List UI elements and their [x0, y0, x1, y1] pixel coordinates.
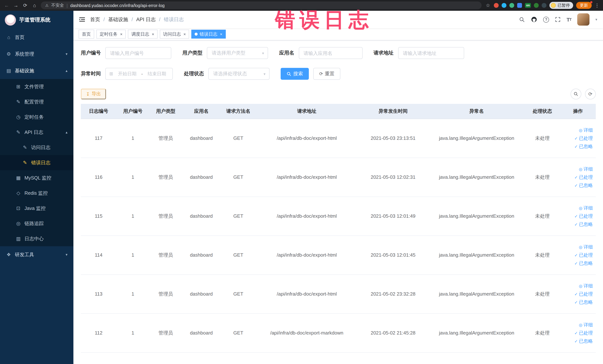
- sidebar-item-log-center[interactable]: ▥ 日志中心: [0, 231, 73, 246]
- extension-icon-blue-drop[interactable]: [502, 3, 506, 8]
- sidebar-item-dev-tools[interactable]: ❖ 研发工具 ▾: [0, 246, 73, 263]
- github-icon[interactable]: [531, 16, 537, 23]
- home-nav-icon[interactable]: ⌂: [32, 3, 37, 8]
- processed-link[interactable]: ✓已处理: [562, 251, 593, 259]
- detail-link[interactable]: ◎详细: [562, 282, 593, 290]
- sidebar-item-config[interactable]: ✎ 配置管理: [0, 94, 73, 109]
- sidebar-item-system[interactable]: ⚙ 系统管理 ▾: [0, 46, 73, 62]
- main-area: 首页 / 基础设施 / API 日志 / 错误日志 ?: [73, 11, 603, 364]
- end-date-input[interactable]: [145, 71, 169, 76]
- search-button[interactable]: 搜索: [281, 68, 309, 80]
- sidebar-item-api-log[interactable]: ✎ API 日志 ▴: [0, 125, 73, 140]
- check-icon: ✓: [574, 331, 578, 335]
- col-exception-time: 异常发生时间: [357, 104, 429, 119]
- ignore-link[interactable]: ✓已忽略: [562, 181, 593, 189]
- caret-down-icon[interactable]: ▾: [595, 17, 597, 22]
- start-date-input[interactable]: [115, 71, 139, 76]
- breadcrumb-home[interactable]: 首页: [90, 16, 100, 23]
- sidebar-item-mysql[interactable]: ▦ MySQL 监控: [0, 170, 73, 186]
- breadcrumb-api-log[interactable]: API 日志: [136, 16, 156, 23]
- menu-fold-icon[interactable]: [79, 17, 85, 22]
- fullscreen-icon[interactable]: [555, 17, 561, 22]
- extensions-puzzle-icon[interactable]: [542, 3, 546, 8]
- paused-badge[interactable]: 已暂停: [549, 2, 573, 9]
- sidebar-item-access-log[interactable]: ✎ 访问日志: [0, 140, 73, 155]
- close-icon[interactable]: ×: [184, 32, 186, 36]
- font-size-icon[interactable]: TT: [567, 16, 571, 23]
- ignore-link[interactable]: ✓已忽略: [562, 220, 593, 228]
- detail-link[interactable]: ◎详细: [562, 321, 593, 329]
- sidebar-item-job[interactable]: ◷ 定时任务: [0, 109, 73, 125]
- processed-link[interactable]: ✓已处理: [562, 212, 593, 220]
- extension-on-badge[interactable]: on: [525, 3, 531, 8]
- detail-link[interactable]: ◎详细: [562, 204, 593, 212]
- bookmark-star-icon[interactable]: ☆: [485, 3, 491, 8]
- check-icon: ✓: [574, 214, 578, 218]
- search-icon[interactable]: [519, 16, 525, 23]
- status-select[interactable]: 请选择处理状态 ▾: [208, 68, 269, 80]
- help-icon[interactable]: ?: [543, 16, 549, 23]
- chevron-down-icon: ▾: [66, 253, 68, 257]
- browser-extensions: ☆ on 已暂停 更新 ⋮: [485, 2, 600, 9]
- extension-icon-red[interactable]: [494, 3, 499, 8]
- date-range-picker[interactable]: ⊞ -: [105, 68, 173, 80]
- ignore-link[interactable]: ✓已忽略: [562, 337, 593, 345]
- update-button[interactable]: 更新: [576, 2, 592, 9]
- detail-link[interactable]: ◎详细: [562, 243, 593, 251]
- tab-error-log[interactable]: 错误日志 ×: [191, 30, 226, 39]
- extension-icon-vue[interactable]: [509, 3, 514, 8]
- tab-schedule-log[interactable]: 调度日志 ×: [128, 30, 158, 39]
- header-actions: ? TT ▾: [519, 13, 597, 26]
- back-icon[interactable]: ←: [4, 3, 10, 8]
- sidebar-item-infra[interactable]: ▤ 基础设施 ▴: [0, 62, 73, 79]
- user-avatar[interactable]: [577, 13, 590, 26]
- detail-link[interactable]: ◎详细: [562, 126, 593, 134]
- tab-home[interactable]: 首页: [79, 30, 94, 39]
- user-type-select[interactable]: 请选择用户类型 ▾: [207, 47, 268, 59]
- processed-link[interactable]: ✓已处理: [562, 134, 593, 142]
- extension-icon-grid[interactable]: [517, 3, 522, 8]
- eye-icon: ◎: [579, 283, 582, 288]
- close-icon[interactable]: ×: [120, 32, 123, 36]
- request-url-input[interactable]: [398, 47, 464, 59]
- logo-avatar: [5, 14, 16, 25]
- mysql-icon: ▦: [16, 175, 21, 181]
- page-content: 用户编号 用户类型 请选择用户类型 ▾ 应用名: [73, 40, 603, 364]
- processed-link[interactable]: ✓已处理: [562, 290, 593, 298]
- ignore-link[interactable]: ✓已忽略: [562, 259, 593, 267]
- address-bar[interactable]: ⚠ 不安全 | dashboard.yudao.iocoder.cn/infra…: [41, 1, 482, 9]
- processed-link[interactable]: ✓已处理: [562, 329, 593, 337]
- sidebar-item-home[interactable]: ⌂ 首页: [0, 29, 73, 46]
- eye-icon: ◎: [579, 167, 582, 171]
- reset-button[interactable]: ⟳ 重置: [313, 68, 340, 80]
- sidebar-item-trace[interactable]: ◎ 链路追踪: [0, 216, 73, 231]
- error-log-table: 日志编号 用户编号 用户类型 应用名 请求方法名 请求地址 异常发生时间 异常名…: [81, 104, 596, 352]
- tab-access-log[interactable]: 访问日志 ×: [160, 30, 189, 39]
- log-center-icon: ▥: [16, 236, 21, 241]
- detail-link[interactable]: ◎详细: [562, 165, 593, 173]
- toggle-search-button[interactable]: [570, 89, 581, 99]
- tab-job[interactable]: 定时任务 ×: [96, 30, 126, 39]
- close-icon[interactable]: ×: [220, 32, 222, 36]
- export-button[interactable]: ↧ 导出: [81, 89, 106, 99]
- kebab-menu-icon[interactable]: ⋮: [595, 3, 600, 8]
- breadcrumb-infra[interactable]: 基础设施: [108, 16, 128, 23]
- url-text: dashboard.yudao.iocoder.cn/infra/log/api…: [70, 3, 165, 8]
- breadcrumb-separator: /: [104, 17, 105, 22]
- processed-link[interactable]: ✓已处理: [562, 173, 593, 181]
- sidebar-item-redis[interactable]: ◇ Redis 监控: [0, 186, 73, 201]
- extension-icon-green[interactable]: [534, 3, 539, 8]
- sidebar-item-file[interactable]: ⊞ 文件管理: [0, 79, 73, 94]
- eye-icon: ◎: [579, 322, 582, 327]
- sidebar-item-error-log[interactable]: ✎ 错误日志: [0, 155, 73, 170]
- reload-icon[interactable]: ⟳: [22, 3, 28, 8]
- sidebar-item-java[interactable]: ⊡ Java 监控: [0, 201, 73, 216]
- ignore-link[interactable]: ✓已忽略: [562, 142, 593, 150]
- col-exception-name: 异常名: [429, 104, 525, 119]
- close-icon[interactable]: ×: [152, 32, 154, 36]
- ignore-link[interactable]: ✓已忽略: [562, 298, 593, 306]
- refresh-button[interactable]: ⟳: [585, 89, 596, 99]
- user-id-input[interactable]: [105, 47, 171, 59]
- app-name-input[interactable]: [299, 47, 362, 59]
- forward-icon[interactable]: →: [13, 3, 19, 8]
